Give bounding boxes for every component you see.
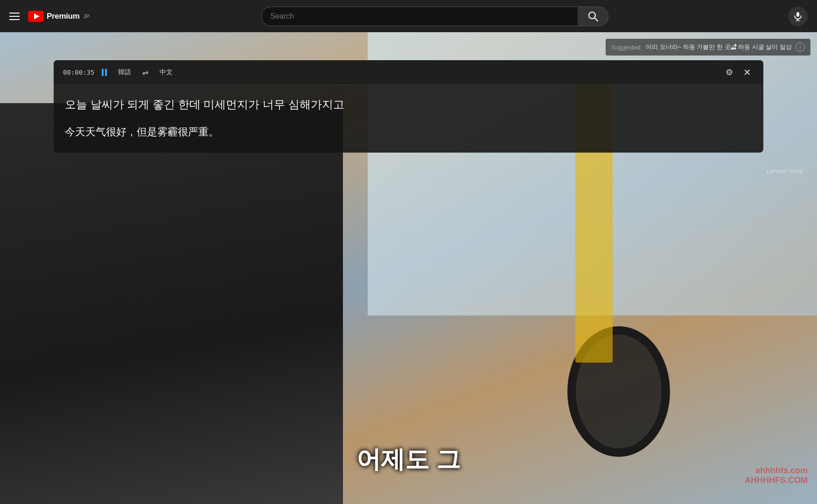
search-input[interactable] — [261, 7, 578, 26]
header: PremiumJP — [0, 0, 817, 32]
translation-content: 오늘 날씨가 되게 좋긴 한데 미세먼지가 너무 심해가지고 今天天气很好，但是… — [54, 85, 763, 153]
search-bar — [261, 7, 608, 26]
translation-panel: 00:00:35 韓語 ⇌ 中文 ⚙ ✕ 오늘 날씨가 되게 좋긴 한데 미세먼… — [54, 60, 763, 153]
header-center — [90, 7, 781, 26]
pause-button[interactable] — [102, 69, 107, 76]
lang-to-button[interactable]: 中文 — [156, 66, 176, 78]
lenovo-watermark: Lenovo Voice — [767, 168, 803, 175]
watermark-line1: ahhhhfs.com — [745, 466, 808, 476]
mic-button[interactable] — [788, 7, 808, 26]
search-button[interactable] — [578, 7, 608, 26]
info-icon[interactable]: i — [796, 42, 805, 52]
swap-languages-button[interactable]: ⇌ — [142, 68, 148, 77]
jp-badge: JP — [84, 14, 90, 19]
lang-from-button[interactable]: 韓語 — [114, 66, 135, 78]
suggested-label: Suggested: — [611, 44, 642, 51]
youtube-icon — [28, 11, 44, 22]
search-icon — [588, 11, 598, 21]
suggested-bar: Suggested: 이리 오너라~ 하동 가볼만 한 곳🏕 하동 시골 살이 … — [606, 39, 810, 56]
time-display: 00:00:35 — [63, 69, 94, 76]
settings-button[interactable]: ⚙ — [726, 67, 733, 77]
video-background: Suggested: 이리 오너라~ 하동 가볼만 한 곳🏕 하동 시골 살이 … — [0, 32, 817, 504]
suggested-title: 이리 오너라~ 하동 가볼만 한 곳🏕 하동 시골 살이 일상 — [646, 43, 792, 51]
translation-header: 00:00:35 韓語 ⇌ 中文 ⚙ ✕ — [54, 60, 763, 85]
watermark: ahhhhfs.com AHHHHFS.COM — [745, 466, 808, 485]
chinese-translation: 今天天气很好，但是雾霾很严重。 — [65, 124, 752, 140]
hamburger-menu[interactable] — [9, 13, 20, 20]
logo-area[interactable]: PremiumJP — [28, 11, 90, 22]
close-button[interactable]: ✕ — [740, 66, 754, 79]
premium-label: Premium — [47, 12, 80, 21]
svg-line-3 — [594, 18, 598, 21]
header-right — [788, 7, 808, 26]
korean-subtitle: 오늘 날씨가 되게 좋긴 한데 미세먼지가 너무 심해가지고 — [65, 96, 752, 113]
bottom-subtitle: 어제도 그 — [356, 443, 460, 476]
svg-rect-4 — [796, 12, 799, 17]
video-container[interactable]: Suggested: 이리 오너라~ 하동 가볼만 한 곳🏕 하동 시골 살이 … — [0, 32, 817, 504]
header-left: PremiumJP — [9, 11, 90, 22]
mic-icon — [793, 12, 803, 21]
watermark-line2: AHHHHFS.COM — [745, 476, 808, 485]
